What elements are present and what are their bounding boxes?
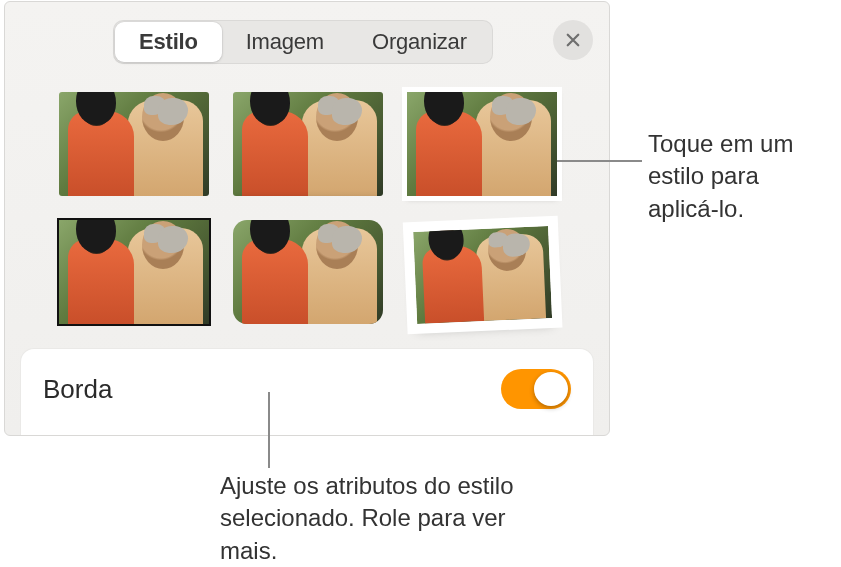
border-label: Borda	[43, 374, 112, 405]
tab-image[interactable]: Imagem	[222, 22, 348, 62]
toggle-knob	[534, 372, 568, 406]
style-thumb-plain[interactable]	[59, 92, 209, 196]
style-thumb-black-line[interactable]	[59, 220, 209, 324]
leader-line	[600, 160, 642, 162]
border-section: Borda	[20, 348, 594, 435]
tab-style[interactable]: Estilo	[115, 22, 222, 62]
styles-grid	[59, 92, 563, 324]
format-tabs: Estilo Imagem Organizar	[113, 20, 493, 64]
callout-adjust-attrs: Ajuste os atributos do estilo selecionad…	[220, 470, 520, 567]
tab-arrange[interactable]: Organizar	[348, 22, 491, 62]
style-thumb-rounded[interactable]	[233, 220, 383, 324]
style-thumb-polaroid[interactable]	[405, 217, 559, 327]
close-button[interactable]	[553, 20, 593, 60]
border-toggle[interactable]	[501, 369, 571, 409]
close-icon	[564, 31, 582, 49]
style-thumb-reflection[interactable]	[233, 92, 383, 196]
style-thumb-white-border[interactable]	[407, 92, 557, 196]
format-panel: Estilo Imagem Organizar Borda	[4, 1, 610, 436]
leader-line	[557, 160, 601, 162]
callout-tap-style: Toque em um estilo para aplicá-lo.	[648, 128, 828, 225]
leader-line	[268, 392, 270, 468]
